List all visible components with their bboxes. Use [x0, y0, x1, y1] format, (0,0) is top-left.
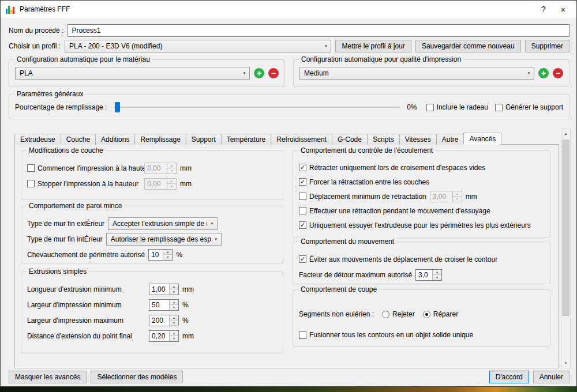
spin-up-icon[interactable]: ▲ — [163, 250, 172, 255]
auto-config-row: Configuration automatique pour le matéri… — [9, 59, 569, 87]
tab-vitesses[interactable]: Vitesses — [399, 134, 437, 145]
spin-up-icon[interactable]: ▲ — [170, 284, 178, 290]
wipe-outer-perimeters-label: Uniquement essuyer l'extrudeuse pour les… — [309, 221, 531, 229]
material-select[interactable]: PLA ▼ — [15, 67, 250, 80]
max-detour-factor-spinner[interactable]: 3,0 ▲▼ — [415, 269, 442, 281]
perimeter-overlap-spinner[interactable]: 10 ▲▼ — [148, 249, 173, 261]
tab-additions[interactable]: Additions — [95, 134, 135, 145]
chevron-down-icon: ▼ — [239, 71, 249, 75]
spin-down-icon[interactable]: ▼ — [170, 289, 178, 295]
force-retraction-checkbox[interactable]: Forcer la rétractation entre les couches — [299, 178, 429, 186]
min-travel-retraction-checkbox[interactable]: Déplacement minimum de rétractation — [299, 193, 426, 201]
checkbox-box — [299, 255, 306, 263]
spinner-buttons: ▲▼ — [169, 300, 178, 310]
include-raft-checkbox[interactable]: Inclure le radeau — [426, 103, 488, 111]
help-button[interactable]: ? — [534, 1, 553, 18]
spin-up-icon[interactable]: ▲ — [167, 179, 176, 184]
tab-autre[interactable]: Autre — [436, 134, 464, 145]
tab-scripts[interactable]: Scripts — [367, 134, 400, 145]
spinner-buttons: ▲▼ — [169, 284, 178, 295]
endpoint-extension-distance-spinner[interactable]: 0,20 ▲▼ — [149, 330, 179, 342]
cancel-button[interactable]: Annuler — [533, 371, 569, 383]
checkbox-box — [426, 104, 434, 111]
spin-up-icon[interactable]: ▲ — [170, 315, 178, 321]
update-profile-button[interactable]: Mettre le profil à jour — [335, 40, 411, 52]
spin-down-icon[interactable]: ▼ — [163, 255, 172, 260]
spin-down-icon[interactable]: ▼ — [170, 305, 178, 310]
layer-modifications-title: Modifications de couche — [27, 146, 106, 154]
spin-down-icon[interactable]: ▼ — [453, 197, 462, 202]
spin-up-icon[interactable]: ▲ — [433, 270, 441, 276]
spin-down-icon[interactable]: ▼ — [170, 336, 178, 341]
material-config-group: Configuration automatique pour le matéri… — [9, 59, 285, 87]
retract-only-crossing-checkbox[interactable]: Rétracter uniquement lors de croisement … — [299, 164, 485, 172]
tab-temperature[interactable]: Température — [221, 134, 271, 145]
general-settings-group: Paramètres généraux Pourcentage de rempl… — [9, 94, 569, 119]
remove-quality-button[interactable]: − — [553, 68, 563, 78]
spin-down-icon[interactable]: ▼ — [170, 321, 178, 326]
tab-extrudeuse[interactable]: Extrudeuse — [14, 134, 61, 145]
checkbox-box — [27, 164, 35, 172]
internal-thin-wall-select[interactable]: Autoriser le remplissage des espaces ▼ — [106, 233, 222, 246]
movement-behavior-group: Comportement du mouvement Éviter aux mou… — [293, 242, 550, 284]
reject-radio[interactable]: Rejeter — [382, 310, 415, 318]
add-quality-button[interactable]: + — [538, 68, 549, 78]
scrollbar-thumb[interactable] — [562, 140, 569, 316]
non-eulerian-segments-label: Segments non eulérien : — [299, 310, 374, 318]
tab-refroidissement[interactable]: Refroidissement — [271, 134, 332, 145]
slider-handle[interactable] — [115, 102, 120, 112]
layer-modifications-group: Modifications de couche Commencer l'impr… — [21, 150, 283, 200]
general-group-title: Paramètres généraux — [14, 90, 85, 98]
repair-radio[interactable]: Réparer — [423, 310, 458, 318]
min-travel-retraction-spinner[interactable]: 3,00 ▲▼ — [430, 191, 462, 202]
process-name-input[interactable] — [68, 24, 569, 37]
scroll-up-button[interactable]: ▲ — [561, 129, 570, 138]
select-models-button[interactable]: Sélectionner des modèles — [91, 371, 183, 383]
stop-printing-at-height-checkbox[interactable]: Stopper l'impression à la hauteur — [27, 180, 141, 188]
external-thin-wall-select[interactable]: Accepter l'extrusion simple de murs ▼ — [108, 217, 218, 230]
infill-slider[interactable] — [114, 101, 400, 113]
start-printing-at-height-checkbox[interactable]: Commencer l'impression à la hauteur — [27, 164, 141, 172]
start-printing-at-height-label: Commencer l'impression à la hauteur — [38, 164, 152, 172]
min-printing-width-spinner[interactable]: 50 ▲▼ — [149, 299, 179, 311]
internal-thin-wall-label: Type de mur fin intÉrieur — [27, 235, 103, 243]
wipe-retraction-checkbox[interactable]: Effectuer une rétraction pendant le mouv… — [299, 207, 490, 215]
wipe-outer-perimeters-checkbox[interactable]: Uniquement essuyer l'extrudeuse pour les… — [299, 221, 531, 229]
spinner-value: 3,0 — [416, 270, 432, 280]
hide-advanced-button[interactable]: Masquer les avancés — [9, 371, 87, 383]
unit-label: mm — [182, 332, 194, 340]
spin-up-icon[interactable]: ▲ — [167, 163, 176, 169]
save-as-new-button[interactable]: Sauvegarder comme nouveau — [415, 40, 521, 52]
app-icon — [6, 5, 15, 14]
avoid-crossing-outline-checkbox[interactable]: Éviter aux mouvements de déplacement de … — [299, 255, 497, 263]
spin-up-icon[interactable]: ▲ — [453, 191, 462, 197]
spin-up-icon[interactable]: ▲ — [170, 331, 178, 337]
spin-up-icon[interactable]: ▲ — [170, 300, 178, 306]
stop-height-spinner[interactable]: 0,00 ▲▼ — [144, 178, 177, 190]
remove-material-button[interactable]: − — [268, 68, 279, 78]
generate-support-checkbox[interactable]: Générer le support — [495, 103, 563, 111]
tab-gcode[interactable]: G-Code — [332, 134, 368, 145]
start-height-spinner[interactable]: 0,00 ▲▼ — [144, 163, 177, 174]
merge-outlines-checkbox[interactable]: Fusionner tous les contours en un objet … — [299, 331, 473, 339]
min-extrusion-length-spinner[interactable]: 1,00 ▲▼ — [149, 284, 179, 295]
spinner-value: 50 — [149, 300, 169, 310]
quality-select[interactable]: Medium ▼ — [299, 67, 534, 80]
scrollbar-track[interactable] — [561, 138, 570, 359]
ok-button[interactable]: D'accord — [489, 371, 529, 383]
close-button[interactable]: × — [553, 1, 573, 18]
spin-down-icon[interactable]: ▼ — [433, 275, 441, 280]
max-printing-width-spinner[interactable]: 200 ▲▼ — [149, 315, 179, 326]
tab-remplissage[interactable]: Remplissage — [134, 134, 186, 145]
spin-down-icon[interactable]: ▼ — [167, 184, 176, 189]
scroll-down-button[interactable]: ▼ — [561, 359, 570, 368]
add-material-button[interactable]: + — [254, 68, 264, 78]
spin-down-icon[interactable]: ▼ — [167, 168, 176, 174]
vertical-scrollbar[interactable]: ▲ ▼ — [561, 129, 571, 368]
spinner-value: 1,00 — [149, 284, 169, 295]
delete-profile-button[interactable]: Supprimer — [525, 40, 569, 52]
profile-select[interactable]: PLA - 200 - E3D V6 (modified) ▼ — [65, 40, 331, 52]
tab-support[interactable]: Support — [186, 134, 222, 145]
tab-couche[interactable]: Couche — [61, 134, 96, 145]
tab-avances[interactable]: Avancés — [463, 133, 501, 145]
